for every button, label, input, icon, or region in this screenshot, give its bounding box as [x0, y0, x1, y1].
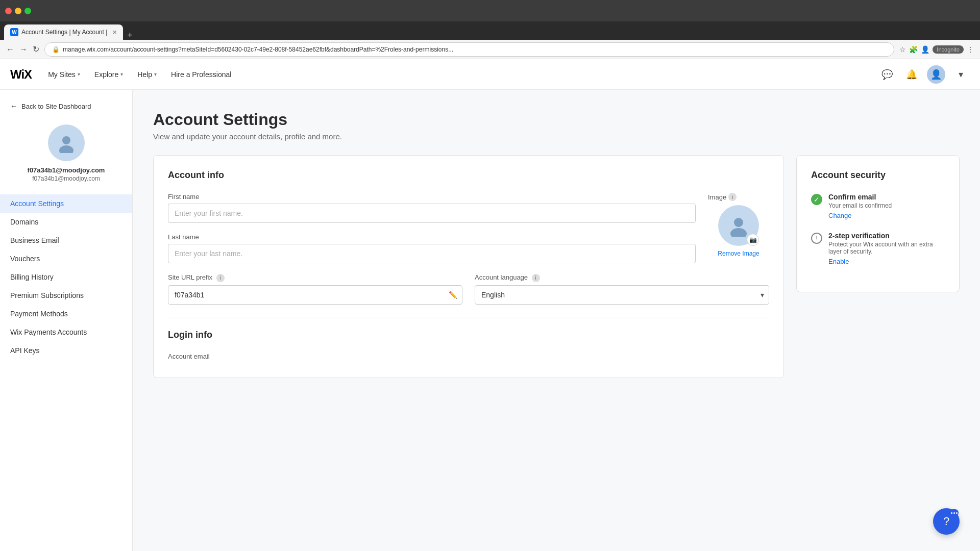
two-step-title: 2-step verification [828, 232, 945, 240]
last-name-input[interactable] [168, 244, 696, 263]
lock-icon: 🔒 [52, 46, 60, 53]
profile-icon[interactable]: 👤 [921, 45, 929, 54]
image-info-icon[interactable]: i [728, 193, 737, 201]
edit-icon[interactable]: ✏️ [449, 291, 457, 299]
site-url-col: Site URL prefix i ✏️ [168, 273, 462, 305]
refresh-btn[interactable]: ↻ [33, 44, 39, 54]
header-nav: My Sites ▾ Explore ▾ Help ▾ Hire a Profe… [42, 67, 237, 82]
account-email-label: Account email [168, 353, 769, 360]
page-subtitle: View and update your account details, pr… [153, 132, 960, 141]
back-to-dashboard-label: Back to Site Dashboard [21, 103, 91, 110]
last-name-label: Last name [168, 233, 696, 241]
confirm-email-change-link[interactable]: Change [828, 212, 852, 219]
chevron-down-icon: ▾ [120, 71, 123, 77]
site-url-wrapper: ✏️ [168, 285, 462, 305]
forward-nav-btn[interactable]: → [19, 45, 28, 54]
content-row: Account info First name Last name [153, 155, 960, 378]
sidebar-item-business-email[interactable]: Business Email [0, 231, 132, 249]
confirm-email-item: ✓ Confirm email Your email is confirmed … [811, 193, 945, 219]
hire-professional-btn[interactable]: Hire a Professional [165, 67, 237, 82]
sidebar-item-wix-payments-accounts[interactable]: Wix Payments Accounts [0, 323, 132, 341]
address-bar: ← → ↻ 🔒 manage.wix.com/account/account-s… [0, 40, 980, 59]
address-bar-icons: ☆ 🧩 👤 Incognito ⋮ [899, 45, 974, 54]
avatar-icon: 👤 [930, 69, 942, 80]
url-language-row: Site URL prefix i ✏️ Account language i [168, 273, 769, 305]
back-nav-btn[interactable]: ← [6, 45, 14, 54]
last-name-group: Last name [168, 233, 696, 263]
account-language-label: Account language i [475, 273, 769, 282]
user-avatar-btn[interactable]: 👤 [927, 65, 945, 84]
app-header: WiX My Sites ▾ Explore ▾ Help ▾ Hire a P… [0, 59, 980, 90]
two-step-content: 2-step verification Protect your Wix acc… [828, 232, 945, 265]
site-url-info-icon[interactable]: i [216, 274, 225, 282]
active-tab[interactable]: W Account Settings | My Account | ✕ [4, 24, 123, 40]
sidebar-item-billing-history[interactable]: Billing History [0, 268, 132, 286]
tab-title: Account Settings | My Account | [21, 29, 107, 36]
sidebar-item-premium-subscriptions[interactable]: Premium Subscriptions [0, 286, 132, 305]
tab-close-btn[interactable]: ✕ [112, 29, 117, 36]
help-fab-dots [949, 509, 959, 516]
two-step-enable-link[interactable]: Enable [828, 258, 849, 265]
browser-window-controls [0, 0, 980, 21]
main-content: Account Settings View and update your ac… [133, 90, 980, 551]
chevron-down-icon: ▾ [154, 71, 157, 77]
profile-image-container: 📷 [718, 205, 759, 246]
two-step-item: ! 2-step verification Protect your Wix a… [811, 232, 945, 265]
my-sites-nav[interactable]: My Sites ▾ [42, 67, 86, 82]
language-info-icon[interactable]: i [532, 274, 540, 282]
sidebar-item-api-keys[interactable]: API Keys [0, 341, 132, 360]
account-security-card: Account security ✓ Confirm email Your em… [796, 155, 960, 292]
explore-nav[interactable]: Explore ▾ [88, 67, 129, 82]
svg-point-3 [730, 228, 747, 237]
image-label: Image [708, 193, 726, 201]
login-info-section: Login info Account email [168, 317, 769, 360]
remove-image-btn[interactable]: Remove Image [718, 250, 759, 257]
back-to-dashboard-link[interactable]: ← Back to Site Dashboard [0, 98, 132, 114]
messages-icon[interactable]: 💬 [878, 65, 896, 84]
notifications-icon[interactable]: 🔔 [902, 65, 921, 84]
window-maximize-btn[interactable] [24, 8, 31, 14]
confirm-email-check-icon: ✓ [811, 194, 822, 205]
svg-point-2 [734, 218, 743, 227]
login-info-title: Login info [168, 317, 769, 340]
address-input[interactable]: 🔒 manage.wix.com/account/account-setting… [44, 42, 894, 57]
window-close-btn[interactable] [5, 8, 12, 14]
svg-point-0 [62, 136, 70, 144]
camera-icon-btn[interactable]: 📷 [747, 234, 759, 246]
site-url-input[interactable] [168, 285, 462, 305]
help-icon: ? [943, 515, 949, 528]
tab-bar: W Account Settings | My Account | ✕ + [0, 21, 980, 40]
chevron-down-icon: ▾ [78, 71, 80, 77]
help-fab[interactable]: ? [933, 508, 960, 535]
incognito-badge: Incognito [933, 45, 964, 54]
sidebar-email-secondary: f07a34b1@moodjoy.com [32, 175, 100, 182]
sidebar-item-payment-methods[interactable]: Payment Methods [0, 305, 132, 323]
bookmark-icon[interactable]: ☆ [899, 45, 906, 54]
address-text: manage.wix.com/account/account-settings?… [63, 46, 453, 53]
help-nav[interactable]: Help ▾ [131, 67, 163, 82]
menu-icon[interactable]: ⋮ [967, 45, 974, 54]
sidebar-item-account-settings[interactable]: Account Settings [0, 194, 132, 213]
two-step-warning-icon: ! [811, 233, 822, 244]
image-area: Image i 📷 Remove I [708, 193, 769, 257]
account-chevron[interactable]: ▾ [951, 65, 970, 84]
window-minimize-btn[interactable] [15, 8, 21, 14]
new-tab-btn[interactable]: + [127, 31, 133, 40]
sidebar-item-domains[interactable]: Domains [0, 213, 132, 231]
language-select-wrapper: EnglishEspañolFrançaisDeutschItalianoPor… [475, 285, 769, 305]
page-title: Account Settings [153, 110, 960, 129]
wix-logo: WiX [10, 67, 32, 82]
image-label-row: Image i [708, 193, 737, 201]
sidebar-avatar [48, 124, 85, 161]
back-arrow-icon: ← [10, 102, 17, 110]
confirm-email-title: Confirm email [828, 193, 892, 201]
svg-point-1 [59, 145, 74, 153]
extensions-icon[interactable]: 🧩 [909, 45, 918, 54]
language-select[interactable]: EnglishEspañolFrançaisDeutschItalianoPor… [475, 285, 769, 305]
sidebar-item-vouchers[interactable]: Vouchers [0, 249, 132, 268]
language-col: Account language i EnglishEspañolFrançai… [475, 273, 769, 305]
first-name-input[interactable] [168, 204, 696, 223]
sidebar-profile: f07a34b1@moodjoy.com f07a34b1@moodjoy.co… [0, 114, 132, 190]
confirm-email-desc: Your email is confirmed [828, 202, 892, 209]
security-card-title: Account security [811, 170, 945, 181]
